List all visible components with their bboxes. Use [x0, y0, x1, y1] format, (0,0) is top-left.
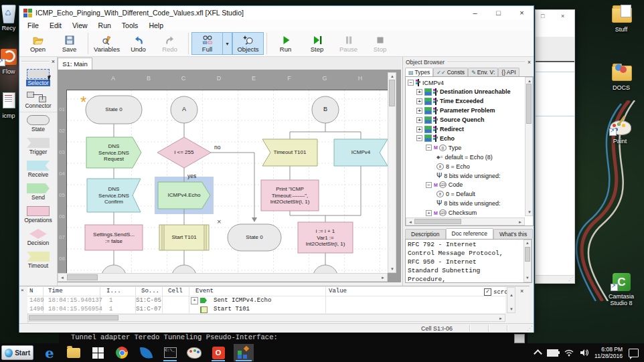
tree-item-code[interactable]: −M123Code [426, 181, 463, 189]
palette-item-selector[interactable]: Selector [19, 66, 57, 89]
taskbar-wireshark-icon[interactable] [137, 344, 155, 361]
tree-item-8-bits-wide-unsigned[interactable]: Ψ8 bits wide unsigned: [436, 199, 500, 208]
tree-item-destination-unreachable[interactable]: +Destination Unreachable [416, 88, 511, 96]
menu-view[interactable]: View [67, 21, 93, 29]
taskbar-store-icon[interactable] [89, 344, 106, 361]
palette-item-state[interactable]: State [19, 112, 57, 135]
expand-icon[interactable]: + [416, 98, 422, 104]
column-header-event[interactable]: Event [195, 288, 214, 294]
battery-icon[interactable] [547, 349, 558, 357]
desktop-icon-stuff[interactable]: Stuff [602, 5, 641, 33]
minimize-button[interactable]: – [463, 6, 487, 19]
tree-item-parameter-problem[interactable]: +Parameter Problem [416, 106, 495, 115]
tree-vscrollbar[interactable]: ▲▼ [525, 77, 533, 216]
column-header-cell[interactable]: Cell [168, 288, 183, 294]
collapse-icon[interactable]: − [426, 182, 432, 188]
tree-item-type[interactable]: −M|||Type [426, 143, 461, 152]
palette-item-receive[interactable]: Receive [19, 158, 57, 181]
tree-item-8-bits-wide-unsigned[interactable]: Ψ8 bits wide unsigned: [436, 171, 500, 180]
column-header-n[interactable]: N [29, 288, 33, 294]
tree-item-echo[interactable]: −Echo [416, 134, 455, 143]
expand-icon[interactable]: + [416, 126, 422, 132]
expand-icon[interactable]: + [426, 210, 432, 216]
toolbar-step-button[interactable]: Step [301, 32, 333, 55]
taskbar-paint-icon[interactable] [185, 344, 203, 361]
dock-hscrollbar[interactable]: ► [27, 314, 505, 322]
desktop-icon-paint[interactable]: Paint [600, 116, 639, 145]
wifi-icon[interactable] [564, 349, 574, 357]
palette-close-icon[interactable]: × [52, 59, 55, 65]
collapse-icon[interactable]: − [408, 80, 414, 86]
expand-icon[interactable]: + [416, 117, 422, 123]
tree-hscrollbar[interactable]: ◄► [406, 217, 525, 225]
column-header-time[interactable]: Time [48, 288, 63, 294]
expand-icon[interactable]: + [416, 89, 422, 95]
doc-tab-what-s-this[interactable]: What's this [493, 229, 533, 239]
window-resize-grip[interactable]: ⋰ [527, 325, 532, 331]
bgwin-resize-grip[interactable]: ⋰ [568, 276, 573, 282]
canvas-page[interactable]: noyes*×State 0ABDNS Service.DNS Requesti… [66, 90, 388, 274]
expand-icon[interactable]: + [416, 108, 422, 114]
cmd-scrollbar[interactable] [514, 334, 525, 343]
titlebar[interactable]: ICMP_Echo_Pinging_With_Different_Code_Va… [19, 6, 534, 19]
taskbar-xfl-icon[interactable] [234, 344, 254, 361]
speaker-icon[interactable] [580, 349, 588, 357]
bgwin-close-icon[interactable]: × [561, 13, 564, 19]
tree-item-source-quench[interactable]: +Source Quench [416, 116, 485, 124]
menu-edit[interactable]: Edit [44, 21, 67, 29]
column-header-value[interactable]: Value [329, 288, 347, 294]
toolbar-undo-button[interactable]: Undo [123, 32, 154, 55]
palette-item-timeout[interactable]: Timeout [19, 249, 57, 272]
tree-item-default-echo-8[interactable]: ◆=default = Echo (8) [436, 153, 493, 161]
column-header-i[interactable]: I... [106, 288, 121, 294]
canvas-hscrollbar[interactable]: ◄ ► [58, 273, 388, 282]
toolbar-variables-button[interactable]: Variables [91, 32, 123, 55]
canvas-vscrollbar[interactable]: ▲ ▼ [388, 72, 396, 273]
tab-s1-main[interactable]: S1: Main [58, 58, 92, 70]
toolbar-run-button[interactable]: Run [270, 32, 301, 55]
taskbar-edge-icon[interactable]: e [41, 344, 58, 361]
ob-tab-api[interactable]: {} API [498, 68, 519, 76]
tree-item-icmpv4[interactable]: −ICMPv4 [408, 78, 444, 87]
start-button[interactable]: Start [1, 345, 33, 360]
maximize-button[interactable]: □ [487, 6, 510, 19]
toolbar-full-button[interactable]: Full [191, 32, 223, 55]
doc-tab-description[interactable]: Description [405, 229, 446, 239]
tray-chevron-icon[interactable] [534, 349, 542, 358]
doc-vscrollbar[interactable]: ▲▼ [524, 240, 532, 282]
desktop-icon-docs[interactable]: DOCS [602, 63, 641, 91]
ob-tab-consts[interactable]: ✓✓Consts [433, 68, 468, 76]
command-prompt-window[interactable]: Tunnel adapter Teredo Tunneling Pseudo-I… [59, 333, 528, 343]
tree-item-time-exceeded[interactable]: +Time Exceeded [416, 97, 483, 106]
palette-item-decision[interactable]: Decision [19, 226, 57, 249]
menu-help[interactable]: Help [143, 21, 169, 29]
row-expand-icon[interactable]: + [191, 297, 198, 304]
menu-tools[interactable]: Tools [116, 21, 144, 29]
collapse-icon[interactable]: − [426, 145, 432, 151]
dock-close-icon[interactable]: × [21, 287, 24, 293]
bgwin-restore-icon[interactable]: □ [541, 13, 544, 19]
ob-tab-env-v[interactable]: ✎Env. V: [468, 68, 498, 76]
toolbar-open-button[interactable]: Open [22, 32, 54, 55]
toolbar-objects-button[interactable]: Objects [232, 32, 264, 55]
palette-item-connector[interactable]: Connector [19, 89, 57, 112]
palette-item-trigger[interactable]: Trigger [19, 135, 57, 158]
tree-item-8-echo[interactable]: 88 = Echo [436, 162, 470, 171]
desktop-icon-camtasia-studio-8[interactable]: CCamtasia Studio 8 [602, 272, 641, 306]
clock[interactable]: 6:08 PM 11/28/2016 [594, 346, 623, 359]
full-dropdown-button[interactable]: ▾ [223, 32, 232, 55]
tree-item-0-default[interactable]: 80 = Default [436, 190, 475, 199]
tree-item-checksum[interactable]: +M123Checksum [426, 209, 477, 217]
event-table[interactable]: NTimeI...So...CellEventValue148918:04:15… [27, 287, 505, 313]
dock-vscrollbar[interactable]: ▲ ▼ [507, 287, 515, 313]
taskbar-cmd-icon[interactable]: C:\_ [161, 344, 179, 361]
close-button[interactable]: × [510, 6, 534, 19]
scroll-checkbox-box[interactable]: ✓ [484, 288, 491, 296]
action-center-icon[interactable] [629, 349, 639, 357]
background-window[interactable]: □ × ⋰ [535, 9, 575, 284]
tree-item-redirect[interactable]: +Redirect [416, 125, 464, 134]
dock-panel-close-icon[interactable]: × [520, 288, 524, 294]
ob-tab-types[interactable]: ▤Types [405, 68, 433, 76]
taskbar-oracle-icon[interactable]: O [210, 344, 227, 361]
toolbar-save-button[interactable]: Save [54, 32, 85, 55]
